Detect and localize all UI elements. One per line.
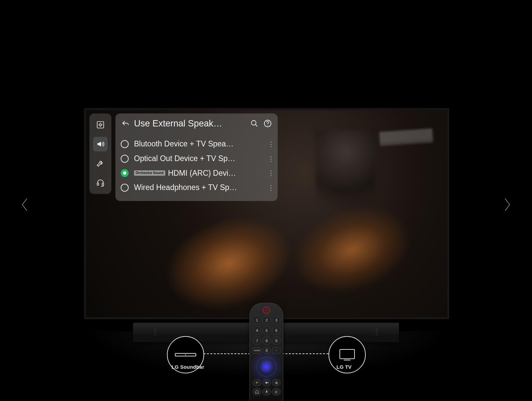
radio-unselected (121, 140, 129, 148)
remote-guide-button[interactable]: GUIDE (253, 347, 261, 354)
svg-line-9 (255, 124, 257, 126)
search-icon (250, 119, 258, 127)
back-arrow-icon (121, 119, 129, 127)
connector-soundbar-to-remote (203, 353, 250, 354)
option-optical-tv[interactable]: Optical Out Device + TV Sp… ⋮ (121, 151, 272, 166)
wrench-icon (96, 159, 105, 168)
help-icon (264, 119, 272, 127)
remote-num-4[interactable]: 4 (253, 326, 261, 335)
lg-soundbar-label: LG Soundbar (172, 364, 204, 370)
mute-icon (265, 381, 269, 385)
option-more[interactable]: ⋮ (268, 184, 272, 191)
radio-unselected (121, 184, 129, 192)
option-label: Optical Out Device + TV Sp… (134, 154, 235, 163)
remote-home-button[interactable] (253, 388, 261, 395)
panel-header: Use External Speak… (121, 118, 272, 129)
option-label: Blutooth Device + TV Spea… (134, 139, 233, 149)
home-icon (255, 390, 259, 394)
help-button[interactable] (263, 119, 272, 128)
remote-more-button[interactable]: ⋯ (272, 347, 281, 354)
headset-icon (96, 178, 105, 187)
remote-num-6[interactable]: 6 (272, 326, 281, 335)
option-body: Wired Headphones + TV Sp… (134, 183, 262, 192)
chevron-left-icon (20, 198, 30, 211)
magic-remote: 1 2 3 4 5 6 7 8 9 GUIDE 0 ⋯ ↶ ⚙ (249, 303, 283, 401)
option-body: Blutooth Device + TV Spea… (134, 139, 262, 149)
radio-selected (121, 169, 129, 177)
soundbar-icon (175, 352, 196, 357)
option-wired-headphones-tv[interactable]: Wired Headphones + TV Sp… ⋮ (121, 180, 272, 195)
remote-ok-button[interactable] (263, 363, 270, 370)
option-body: Orchestra Sound HDMI (ARC) Devi… (134, 169, 262, 178)
option-body: Optical Out Device + TV Sp… (134, 154, 262, 163)
remote-input-button[interactable]: ⊏ (272, 388, 281, 395)
remote-row-guide: GUIDE 0 ⋯ (253, 347, 280, 354)
carousel-next[interactable] (500, 198, 514, 211)
speaker-icon (96, 140, 105, 148)
option-more[interactable]: ⋮ (268, 141, 272, 147)
lg-tv-label: LG TV (336, 364, 352, 370)
remote-voice-button[interactable] (262, 388, 271, 395)
mic-icon (265, 390, 268, 394)
search-button[interactable] (250, 119, 259, 128)
remote-back-button[interactable]: ↶ (253, 379, 261, 386)
remote-numpad: 1 2 3 4 5 6 7 8 9 (253, 316, 280, 345)
option-hdmi-arc[interactable]: Orchestra Sound HDMI (ARC) Devi… ⋮ (121, 166, 272, 181)
option-more[interactable]: ⋮ (268, 170, 272, 176)
tv-frame: Use External Speak… Bluto (84, 108, 449, 319)
power-icon (265, 308, 268, 312)
svg-point-11 (267, 125, 268, 126)
radio-unselected (121, 155, 129, 163)
tv-screen-content: Use External Speak… Bluto (86, 110, 447, 317)
remote-num-0[interactable]: 0 (262, 347, 271, 354)
tv-icon (339, 349, 355, 361)
orchestra-sound-badge: Orchestra Sound (134, 170, 165, 176)
remote-num-2[interactable]: 2 (262, 316, 271, 324)
svg-rect-20 (266, 390, 267, 392)
remote-num-1[interactable]: 1 (253, 316, 261, 324)
remote-wheel[interactable] (257, 357, 276, 376)
option-label: Wired Headphones + TV Sp… (134, 183, 237, 192)
background-music-stand-blob (379, 128, 435, 179)
svg-rect-0 (97, 121, 104, 128)
remote-num-9[interactable]: 9 (272, 336, 281, 345)
settings-sidebar (89, 113, 111, 194)
back-button[interactable] (121, 119, 130, 128)
sidebar-support[interactable] (93, 175, 108, 190)
remote-wheel-wrap (256, 356, 277, 377)
remote-num-5[interactable]: 5 (262, 326, 271, 335)
sidebar-general[interactable] (93, 156, 108, 171)
chevron-right-icon (502, 198, 512, 211)
svg-point-13 (185, 354, 186, 355)
remote-settings-button[interactable]: ⚙ (272, 379, 281, 386)
remote-power-button[interactable] (263, 306, 270, 314)
remote-num-3[interactable]: 3 (272, 316, 281, 324)
remote-num-8[interactable]: 8 (262, 336, 271, 345)
svg-rect-14 (340, 349, 354, 359)
svg-rect-7 (102, 183, 103, 185)
option-more[interactable]: ⋮ (268, 155, 272, 162)
carousel-prev[interactable] (18, 198, 32, 211)
panel-title: Use External Speak… (134, 118, 246, 129)
option-bluetooth-tv[interactable]: Blutooth Device + TV Spea… ⋮ (121, 137, 272, 151)
svg-point-1 (99, 124, 102, 126)
remote-mute-button[interactable] (262, 379, 271, 386)
svg-rect-6 (97, 183, 98, 185)
remote-num-7[interactable]: 7 (253, 336, 261, 345)
settings-panel: Use External Speak… Bluto (115, 113, 278, 201)
connector-remote-to-tv (282, 353, 329, 354)
sidebar-sound[interactable] (93, 137, 108, 151)
svg-point-8 (251, 120, 256, 125)
background-person-blob (316, 130, 375, 217)
brightness-icon (96, 120, 105, 129)
sidebar-picture[interactable] (93, 117, 108, 132)
option-label: HDMI (ARC) Devi… (168, 169, 236, 178)
remote-lower-controls: ↶ ⚙ ⊏ (253, 379, 280, 395)
